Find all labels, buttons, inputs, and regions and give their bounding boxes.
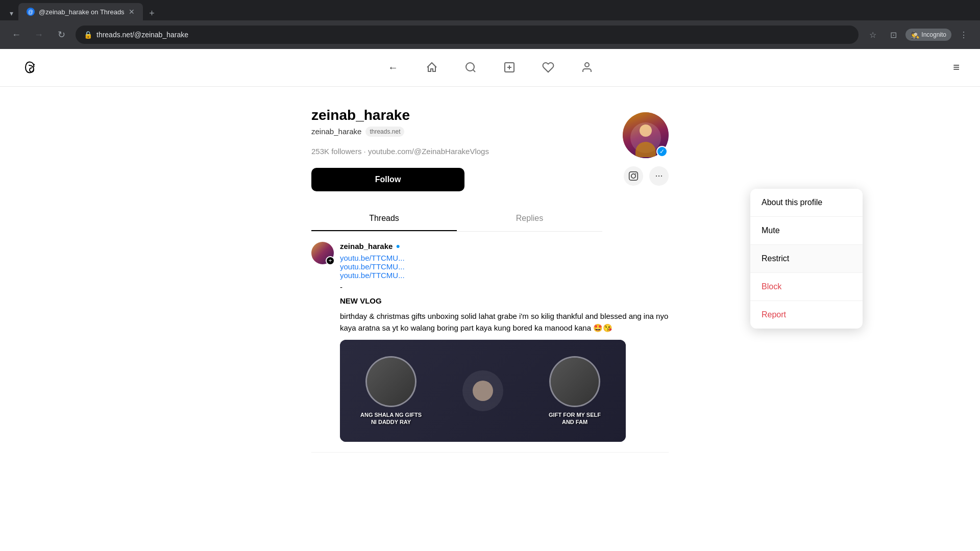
threads-logo[interactable]	[20, 57, 42, 78]
tab-threads[interactable]: Threads	[311, 207, 457, 231]
tab-close-button[interactable]: ✕	[129, 8, 135, 16]
profile-domain-badge: threads.net	[365, 127, 404, 137]
profile-username: zeinab_harake	[311, 107, 602, 123]
new-tab-button[interactable]: +	[145, 6, 159, 20]
dropdown-menu: About this profile Mute Restrict Block R…	[750, 189, 863, 329]
profile-social-links: ···	[624, 166, 669, 186]
tab-bar: ▾ @ @zeinab_harake on Threads ✕ +	[0, 0, 980, 20]
svg-point-1	[466, 63, 474, 71]
profile-avatar-container: ✓	[623, 112, 669, 158]
profile-header: zeinab_harake zeinab_harake threads.net …	[311, 87, 669, 232]
home-nav-button[interactable]	[423, 58, 441, 77]
profile-tabs: Threads Replies	[311, 207, 602, 232]
nav-right: ≡	[953, 61, 960, 74]
browser-chrome: ▾ @ @zeinab_harake on Threads ✕ + ← → ↻ …	[0, 0, 980, 49]
search-nav-button[interactable]	[461, 58, 480, 77]
back-nav-button[interactable]: ←	[384, 58, 402, 77]
svg-point-0	[33, 64, 35, 65]
address-bar[interactable]: 🔒 threads.net/@zeinab_harake	[76, 26, 859, 44]
dropdown-restrict[interactable]: Restrict	[750, 245, 863, 273]
svg-rect-4	[629, 171, 638, 180]
hamburger-menu-button[interactable]: ≡	[953, 61, 960, 74]
bookmark-button[interactable]: ☆	[865, 27, 881, 43]
image-label-2: GIFT FOR MY SELF AND FAM	[544, 411, 605, 426]
forward-button[interactable]: →	[31, 27, 47, 43]
verified-badge: ✓	[656, 146, 668, 157]
stats-separator: ·	[364, 147, 368, 156]
thread-separator: -	[340, 283, 669, 291]
threads-feed: + zeinab_harake ● youtu.be/TTCMU... yout…	[311, 232, 669, 453]
threads-navbar: ←	[0, 49, 980, 87]
thread-username[interactable]: zeinab_harake	[340, 242, 393, 251]
followers-count[interactable]: 253K followers	[311, 147, 361, 156]
lock-icon: 🔒	[84, 31, 92, 39]
thread-link-1[interactable]: youtu.be/TTCMU...	[340, 254, 669, 262]
more-button[interactable]: ⋮	[955, 27, 972, 43]
nav-actions: ☆ ⊡ 🕵 Incognito ⋮	[865, 27, 972, 43]
thread-post: + zeinab_harake ● youtu.be/TTCMU... yout…	[311, 232, 669, 453]
profile-nav-button[interactable]	[578, 58, 596, 77]
tab-title: @zeinab_harake on Threads	[39, 8, 125, 16]
incognito-icon: 🕵	[911, 31, 919, 39]
profile-stats: 253K followers · youtube.com/@ZeinabHara…	[311, 147, 602, 156]
thread-body: birthday & christmas gifts unboxing soli…	[340, 311, 669, 334]
profile-right: ✓ ···	[623, 107, 669, 232]
thread-verified-icon: ●	[396, 242, 400, 250]
active-tab[interactable]: @ @zeinab_harake on Threads ✕	[18, 3, 143, 20]
tab-list-dropdown[interactable]: ▾	[4, 6, 18, 20]
profile-handle: zeinab_harake	[311, 127, 361, 136]
image-label-1: ANG SHALA NG GIFTS NI DADDY RAY	[360, 411, 422, 426]
more-options-button[interactable]: ···	[649, 166, 669, 186]
activity-nav-button[interactable]	[539, 58, 557, 77]
url-display: threads.net/@zeinab_harake	[96, 31, 188, 39]
thread-header: zeinab_harake ●	[340, 242, 669, 251]
nav-bar: ← → ↻ 🔒 threads.net/@zeinab_harake ☆ ⊡ 🕵…	[0, 20, 980, 49]
compose-nav-button[interactable]	[500, 58, 519, 77]
svg-point-6	[635, 173, 636, 174]
incognito-badge: 🕵 Incognito	[905, 29, 951, 41]
follow-avatar-button[interactable]: +	[326, 256, 335, 265]
profile-info: zeinab_harake zeinab_harake threads.net …	[311, 107, 623, 232]
profile-handle-row: zeinab_harake threads.net	[311, 127, 602, 137]
dropdown-mute[interactable]: Mute	[750, 217, 863, 245]
dropdown-block[interactable]: Block	[750, 273, 863, 301]
thread-links: youtu.be/TTCMU... youtu.be/TTCMU... yout…	[340, 254, 669, 280]
instagram-link-button[interactable]	[624, 166, 643, 186]
tab-replies[interactable]: Replies	[457, 207, 602, 231]
thread-video-thumbnail[interactable]: ANG SHALA NG GIFTS NI DADDY RAY	[340, 340, 626, 442]
nav-icons: ←	[384, 58, 596, 77]
main-layout: zeinab_harake zeinab_harake threads.net …	[0, 87, 980, 551]
profile-switcher-button[interactable]: ⊡	[885, 27, 901, 43]
tab-favicon: @	[27, 8, 35, 16]
svg-point-3	[585, 63, 589, 67]
youtube-link[interactable]: youtube.com/@ZeinabHarakeVlogs	[368, 147, 489, 156]
center-content: zeinab_harake zeinab_harake threads.net …	[311, 87, 669, 453]
incognito-label: Incognito	[921, 31, 946, 38]
thread-link-2[interactable]: youtu.be/TTCMU...	[340, 262, 669, 271]
thread-avatar[interactable]: +	[311, 242, 334, 264]
thread-title: NEW VLOG	[340, 295, 669, 307]
reload-button[interactable]: ↻	[53, 27, 69, 43]
dropdown-about-profile[interactable]: About this profile	[750, 189, 863, 217]
back-button[interactable]: ←	[8, 27, 24, 43]
svg-point-5	[631, 174, 635, 178]
follow-button[interactable]: Follow	[311, 168, 464, 191]
thread-link-3[interactable]: youtu.be/TTCMU...	[340, 271, 669, 280]
thread-content: zeinab_harake ● youtu.be/TTCMU... youtu.…	[340, 242, 669, 442]
page-content: ←	[0, 49, 980, 551]
dropdown-report[interactable]: Report	[750, 301, 863, 329]
